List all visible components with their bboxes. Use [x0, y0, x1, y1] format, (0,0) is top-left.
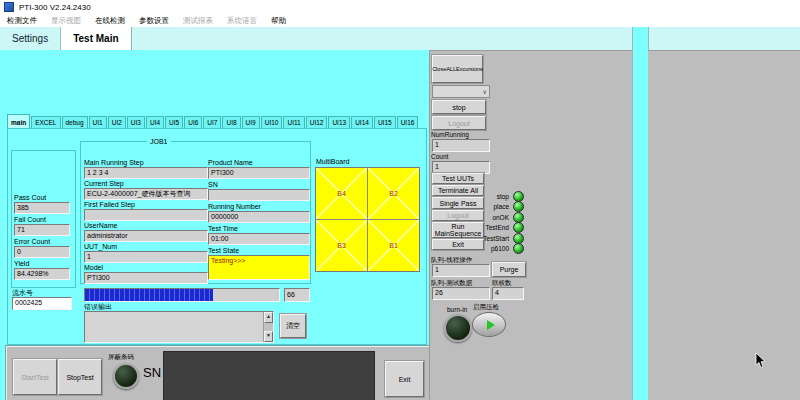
product-name-field: PTI300 [208, 167, 310, 179]
fail-count-field: 71 [14, 224, 70, 236]
num-running-label: NumRunning [431, 131, 469, 138]
multiboard-grid: B4B2B3B1 [315, 167, 420, 272]
subtab-ui10[interactable]: UI10 [261, 116, 283, 128]
error-count-label: Error Count [14, 238, 50, 246]
scroll-down-icon[interactable]: ▼ [264, 331, 273, 342]
error-output-list[interactable]: ▲ ▼ [84, 311, 274, 343]
bottom-control-bar: StartTest StopTest 屏蔽条码 SN Exit [6, 346, 430, 400]
led-indicator-teststart [513, 233, 524, 244]
menu-item-帮助[interactable]: 帮助 [264, 15, 293, 27]
sn-display-label: SN [143, 365, 161, 380]
queue-thread-label: 队列-线程操作 [431, 256, 472, 263]
app-icon [4, 2, 14, 12]
start-test-button[interactable]: StartTest [13, 359, 57, 395]
application-window: PTI-300 V2.24.2430 检测文件显示视图在线检测参数设置测试报表系… [0, 0, 800, 400]
serial-number-input[interactable]: 0002425 [12, 297, 72, 310]
subtab-ui9[interactable]: UI9 [242, 116, 260, 128]
subtab-ui4[interactable]: UI4 [146, 116, 164, 128]
led-indicator-onok [513, 212, 524, 223]
subtab-main[interactable]: main [7, 114, 30, 128]
mask-barcode-label: 屏蔽条码 [108, 353, 134, 360]
main-running-step-field: 1 2 3 4 [84, 167, 208, 179]
model-label: Model [84, 264, 103, 272]
serial-number-label: 流水号 [12, 289, 33, 297]
test-state-field: Testing>>> [208, 255, 310, 280]
subtab-ui6[interactable]: UI6 [184, 116, 202, 128]
menu-item-参数设置[interactable]: 参数设置 [132, 15, 176, 27]
led-label-p6100: p6100 [491, 245, 509, 252]
subtab-ui15[interactable]: UI15 [374, 116, 396, 128]
current-step-field: ECU-2-4000007_硬件版本号查询 [84, 188, 208, 200]
subtab-ui11[interactable]: UI11 [283, 116, 304, 128]
subtab-ui5[interactable]: UI5 [165, 116, 183, 128]
subtab-ui13[interactable]: UI13 [328, 116, 350, 128]
mouse-cursor [755, 352, 767, 369]
menu-item-显示视图[interactable]: 显示视图 [44, 15, 88, 27]
progress-bar-fill [85, 289, 213, 301]
led-indicator-stop [513, 191, 524, 202]
subtab-ui3[interactable]: UI3 [127, 116, 145, 128]
queue-data-field: 26 [432, 287, 490, 300]
led-label-testend: TestEnd [486, 224, 510, 231]
logout-button-top[interactable]: Logout [432, 116, 486, 130]
scroll-up-icon[interactable]: ▲ [264, 312, 273, 323]
led-label-onok: onOK [492, 214, 509, 221]
close-all-excursions-button[interactable]: CloseALLExcursions [432, 55, 483, 83]
press-enable-button[interactable] [472, 312, 506, 337]
led-indicator-p6100 [513, 243, 524, 254]
tab-settings[interactable]: Settings [0, 27, 60, 50]
running-number-field: 0000000 [208, 211, 310, 223]
title-bar: PTI-300 V2.24.2430 [0, 0, 800, 14]
tab-test-main[interactable]: Test Main [60, 27, 131, 50]
product-name-label: Product Name [208, 159, 253, 167]
led-row-teststart: TestStart [468, 233, 524, 243]
burn-in-led-button[interactable] [444, 314, 472, 342]
current-step-label: Current Step [84, 180, 124, 188]
subtab-ui16[interactable]: UI16 [397, 116, 419, 128]
purge-button[interactable]: Purge [492, 262, 526, 277]
mask-barcode-led[interactable] [113, 363, 139, 389]
queue-data-label: 队列-测试数据 [431, 279, 472, 286]
subtab-excel[interactable]: EXCEL [31, 116, 60, 128]
test-state-label: Test State [208, 247, 239, 255]
model-field: PTI300 [84, 272, 208, 284]
exit-button-bottom[interactable]: Exit [385, 361, 424, 397]
username-label: UserName [84, 222, 117, 230]
subtab-ui8[interactable]: UI8 [222, 116, 240, 128]
test-time-label: Test Time [208, 225, 238, 233]
sequence-dropdown[interactable]: ∨ [432, 85, 490, 98]
clear-errors-button[interactable]: 清空 [280, 314, 306, 338]
subtab-ui7[interactable]: UI7 [203, 116, 221, 128]
test-uuts-button[interactable]: Test UUTs [432, 173, 484, 184]
stop-button[interactable]: stop [432, 100, 486, 114]
press-enable-label: 启用压枪 [473, 303, 499, 310]
subtab-debug[interactable]: debug [62, 116, 88, 128]
error-output-scrollbar[interactable]: ▲ ▼ [263, 312, 273, 342]
multiboard-cell-b1: B1 [368, 220, 419, 271]
menu-item-测试报表[interactable]: 测试报表 [176, 15, 220, 27]
menu-item-系统语言[interactable]: 系统语言 [220, 15, 264, 27]
board-count-field: 4 [492, 287, 524, 300]
sub-tab-strip: mainEXCELdebugUI1UI2UI3UI4UI5UI6UI7UI8UI… [7, 114, 419, 128]
multiboard-label: MultiBoard [316, 158, 349, 166]
led-label-stop: stop [497, 193, 509, 200]
test-time-field: 01:00 [208, 233, 310, 245]
uut-num-field: 1 [84, 251, 208, 263]
main-tab-row: SettingsTest Main [0, 27, 800, 50]
main-running-step-label: Main Running Step [84, 159, 144, 167]
count-label: Count [431, 153, 448, 160]
username-field: administrator [84, 230, 208, 242]
menu-item-检测文件[interactable]: 检测文件 [0, 15, 44, 27]
subtab-ui14[interactable]: UI14 [351, 116, 373, 128]
menu-item-在线检测[interactable]: 在线检测 [88, 15, 132, 27]
subtab-ui12[interactable]: UI12 [306, 116, 328, 128]
progress-value-field: 66 [284, 288, 310, 302]
subtab-ui1[interactable]: UI1 [89, 116, 107, 128]
first-failed-step-label: First Failed Step [84, 201, 135, 209]
num-running-field: 1 [432, 139, 490, 152]
subtab-ui2[interactable]: UI2 [108, 116, 126, 128]
stop-test-button[interactable]: StopTest [58, 359, 102, 395]
board-count-label: 联板数 [492, 279, 512, 286]
queue-thread-field: 1 [432, 264, 490, 277]
burn-in-label: burn-in [447, 306, 467, 313]
